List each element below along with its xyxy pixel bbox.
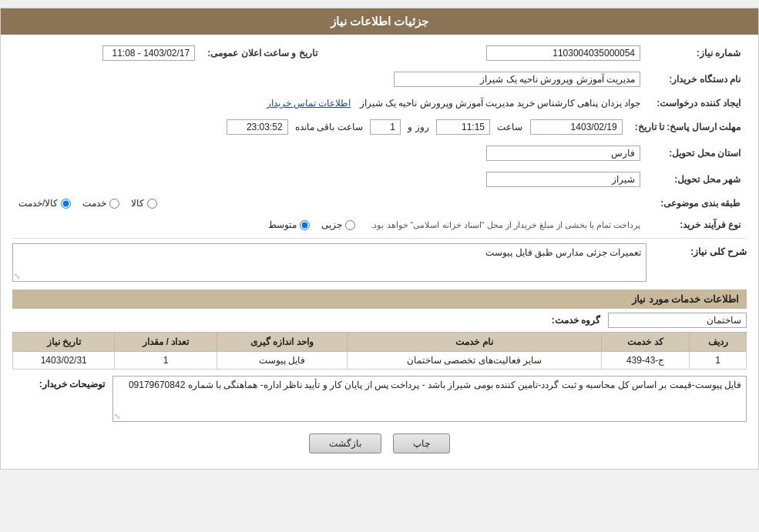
category-khedmat-radio[interactable] [109,199,119,209]
deadline-day: 1 [370,119,401,135]
services-table: ردیف کد خدمت نام خدمت واحد اندازه گیری ت… [12,332,747,370]
buyer-resize-icon: ⤡ [114,412,120,420]
cell-rownum: 1 [690,352,747,370]
print-button[interactable]: چاپ [393,433,450,453]
deadline-date: 1403/02/19 [530,119,623,135]
back-button[interactable]: بازگشت [309,433,381,453]
province-value: فارس [486,146,640,161]
page-title: جزئیات اطلاعات نیاز [1,8,758,35]
cell-date: 1403/02/31 [13,352,115,370]
col-unit: واحد اندازه گیری [217,333,348,352]
purchase-type-note: پرداخت تمام یا بخشی از مبلغ خریدار از مح… [371,220,640,230]
cell-service-code: ج-43-439 [602,352,690,370]
services-section-title: اطلاعات خدمات مورد نیاز [12,289,747,309]
category-option-kala[interactable]: کالا [131,198,157,209]
creator-label: ایجاد کننده درخواست: [646,95,747,112]
purchase-medium-label: متوسط [268,219,297,230]
province-label: استان محل تحویل: [646,142,747,164]
city-label: شهر محل تحویل: [646,169,747,190]
purchase-type-partial[interactable]: جزیی [321,219,355,230]
need-number-value: 1103004035000054 [486,45,640,61]
purchase-partial-label: جزیی [321,219,342,230]
col-quantity: تعداد / مقدار [115,333,217,352]
col-rownum: ردیف [690,333,747,352]
deadline-remaining: 23:03:52 [227,119,288,135]
group-value: ساختمان [608,313,747,328]
purchase-partial-radio[interactable] [345,220,355,230]
cell-quantity: 1 [115,352,217,370]
buyer-org-label: نام دستگاه خریدار: [646,69,747,90]
category-kala-label: کالا [131,198,144,209]
deadline-time: 11:15 [436,119,490,135]
category-option-kala-khedmat[interactable]: کالا/خدمت [18,198,71,209]
deadline-label: مهلت ارسال پاسخ: تا تاریخ: [629,116,747,138]
day-label: روز و [408,122,428,132]
announce-datetime-value: 1403/02/17 - 11:08 [102,45,195,61]
table-row: 1 ج-43-439 سایر فعالیت‌های تخصصی ساختمان… [13,352,747,370]
purchase-type-label: نوع فرآیند خرید: [646,216,747,233]
cell-service-name: سایر فعالیت‌های تخصصی ساختمان [348,352,602,370]
cell-unit: فایل پیوست [217,352,348,370]
col-date: تاریخ نیاز [13,333,115,352]
remaining-label: ساعت باقی مانده [295,122,363,132]
announce-datetime-label: تاریخ و ساعت اعلان عمومی: [201,42,323,64]
time-label: ساعت [497,122,522,132]
resize-icon: ⤡ [14,272,20,280]
need-number-label: شماره نیاز: [646,42,747,64]
buyer-notes-value: فایل پیوست-قیمت بر اساس کل محاسبه و ثبت … [113,376,747,422]
category-khedmat-label: خدمت [82,198,106,209]
group-label: گروه خدمت: [552,315,600,326]
col-service-code: کد خدمت [602,333,690,352]
purchase-type-medium[interactable]: متوسط [268,219,310,230]
buyer-notes-label: توضیحات خریدار: [12,376,105,390]
category-option-khedmat[interactable]: خدمت [82,198,119,209]
description-value: تعمیرات جزئی مدارس طبق فایل پیوست [12,243,646,282]
category-label: طبقه بندی موضوعی: [646,195,747,212]
category-kala-radio[interactable] [147,199,157,209]
description-label: شرح کلی نیاز: [654,243,747,257]
contact-link[interactable]: اطلاعات تماس خریدار [267,98,351,109]
city-value: شیراز [486,172,640,187]
creator-value: جواد یزدان پناهی کارشناس خرید مدیریت آمو… [360,98,640,109]
buyer-org-value: مدیریت آموزش وپرورش ناحیه یک شیراز [394,72,640,87]
col-service-name: نام خدمت [348,333,602,352]
category-kala-khedmat-radio[interactable] [61,199,71,209]
purchase-medium-radio[interactable] [300,220,310,230]
category-kala-khedmat-label: کالا/خدمت [18,198,58,209]
